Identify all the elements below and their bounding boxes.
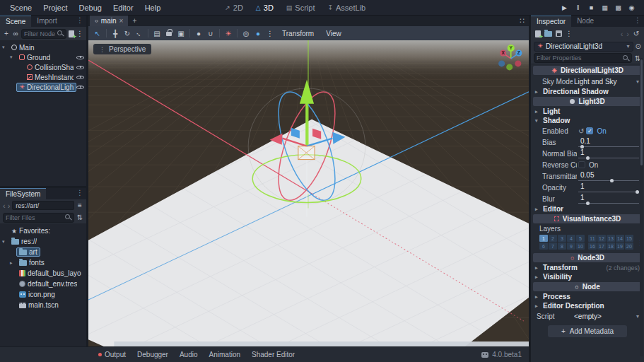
bottom-panel-audio[interactable]: Audio <box>174 349 204 360</box>
tree-row[interactable]: main.tscn <box>0 300 86 310</box>
tree-row[interactable]: MeshInstance3d <box>0 72 86 82</box>
directional-light-gizmo[interactable] <box>298 146 315 160</box>
property-slider[interactable]: 1 <box>578 183 639 192</box>
menu-scene[interactable]: Scene <box>4 1 37 14</box>
play-custom-scene-button[interactable]: ▩ <box>613 4 623 11</box>
layer-cell-5[interactable]: 5 <box>576 235 585 242</box>
script-dropdown[interactable]: <empty> ▾ <box>574 313 639 320</box>
expander-icon[interactable]: ▾ <box>2 239 8 245</box>
fs-back-button[interactable]: ‹ <box>3 202 6 209</box>
bottom-panel-animation[interactable]: Animation <box>204 349 246 360</box>
tab-import[interactable]: Import <box>31 16 62 27</box>
new-scene-tab-button[interactable]: + <box>128 16 141 26</box>
play-button[interactable]: ▶ <box>559 4 570 11</box>
scene-panel-menu-icon[interactable]: ⋮ <box>74 16 86 27</box>
movie-maker-button[interactable]: ◉ <box>626 4 637 11</box>
layer-cell-12[interactable]: 12 <box>597 235 606 242</box>
visibility-toggle-icon[interactable] <box>76 74 84 81</box>
bottom-panel-shader-editor[interactable]: Shader Editor <box>246 349 300 360</box>
local-space-button[interactable]: ● <box>193 30 204 37</box>
tree-row[interactable]: ▾res:// <box>0 236 86 247</box>
tree-item[interactable]: art <box>16 247 40 257</box>
section-editor-description[interactable]: ▸ Editor Description <box>532 301 643 310</box>
environment-preview-button[interactable]: ● <box>252 30 264 37</box>
section-process[interactable]: ▸ Process <box>532 292 643 301</box>
fs-path-input[interactable] <box>12 201 74 210</box>
layer-cell-14[interactable]: 14 <box>616 235 624 242</box>
category-visualinstance3d[interactable]: VisualInstance3D <box>533 214 642 223</box>
section-light[interactable]: ▸ Light <box>532 107 643 116</box>
layer-cell-20[interactable]: 20 <box>625 243 633 250</box>
fs-forward-button[interactable]: › <box>8 202 11 209</box>
tree-item[interactable]: res:// <box>8 237 40 246</box>
scale-tool-button[interactable]: ↔ <box>132 26 146 40</box>
attach-script-button[interactable] <box>69 30 74 37</box>
tree-item[interactable]: CollisionShape3d <box>24 63 76 72</box>
rotate-tool-button[interactable]: ↻ <box>122 30 133 37</box>
checkbox[interactable]: ✓ <box>586 127 593 134</box>
close-icon[interactable]: × <box>119 17 124 25</box>
expander-icon[interactable]: ▾ <box>10 54 16 60</box>
property-slider[interactable]: 0.05 <box>578 172 639 181</box>
perspective-button[interactable]: ⋮ Perspective <box>93 44 151 54</box>
fs-sort-icon[interactable]: ⇅ <box>76 214 83 221</box>
snap-button[interactable]: ∪ <box>205 30 216 37</box>
visibility-toggle-icon[interactable] <box>76 84 84 90</box>
move-tool-button[interactable]: ╋ <box>110 30 121 37</box>
workspace-tab-3d[interactable]: △3D <box>250 3 280 13</box>
sky-mode-dropdown[interactable]: Light and Sky ▾ <box>574 78 639 86</box>
visibility-toggle-icon[interactable] <box>76 64 84 71</box>
slider-handle[interactable] <box>586 202 590 205</box>
filter-properties-input[interactable] <box>537 54 621 62</box>
add-metadata-button[interactable]: + Add Metadata <box>548 325 627 337</box>
tab-filesystem[interactable]: FileSystem <box>0 188 46 199</box>
lock-button[interactable] <box>163 30 175 37</box>
tree-item[interactable]: default_env.tres <box>16 279 80 288</box>
tree-item[interactable]: Main <box>8 43 37 52</box>
filter-files-input[interactable] <box>6 214 64 221</box>
layer-cell-15[interactable]: 15 <box>625 235 633 242</box>
slider-handle[interactable] <box>636 190 639 194</box>
filesystem-menu-icon[interactable]: ⋮ <box>74 188 86 199</box>
new-resource-button[interactable] <box>535 30 541 37</box>
layer-cell-6[interactable]: 6 <box>539 243 548 250</box>
tab-inspector[interactable]: Inspector <box>531 16 571 27</box>
sun-preview-button[interactable]: ☀ <box>223 30 234 37</box>
select-tool-button[interactable]: ↖ <box>92 30 103 37</box>
workspace-tab-script[interactable]: ▤Script <box>280 3 322 13</box>
property-slider[interactable]: 0.1 <box>578 138 639 147</box>
tree-row[interactable]: ★Favorites: <box>0 226 86 236</box>
category-node3d[interactable]: ○ Node3D <box>533 253 642 262</box>
tree-item[interactable]: ☀DirectionalLight3d <box>16 83 76 92</box>
inspector-scrollbar[interactable] <box>640 58 643 356</box>
tree-item[interactable]: default_bus_layout.tres <box>16 269 84 278</box>
property-slider[interactable]: 1 <box>578 194 639 204</box>
category-light3d[interactable]: Light3D <box>533 97 642 106</box>
slider-handle[interactable] <box>586 156 590 160</box>
save-resource-button[interactable] <box>556 30 562 37</box>
tree-row[interactable]: default_bus_layout.tres <box>0 268 86 279</box>
object-selector[interactable]: ☀ DirectionalLight3d ▾ <box>534 42 633 52</box>
tree-row[interactable]: art <box>0 247 86 257</box>
section-directional-shadow[interactable]: ▸ Directional Shadow <box>532 87 643 96</box>
layer-cell-2[interactable]: 2 <box>549 235 557 242</box>
layer-cell-8[interactable]: 8 <box>558 243 566 250</box>
layer-cell-9[interactable]: 9 <box>567 243 575 250</box>
expander-icon[interactable]: ▸ <box>10 260 16 266</box>
tree-row[interactable]: ▾Ground <box>0 52 86 62</box>
menu-help[interactable]: Help <box>139 1 167 14</box>
revert-icon[interactable]: ↺ <box>578 127 584 135</box>
layer-cell-19[interactable]: 19 <box>616 243 624 250</box>
visibility-toggle-icon[interactable] <box>76 54 84 61</box>
tree-item[interactable]: MeshInstance3d <box>24 73 76 82</box>
slider-handle[interactable] <box>580 145 584 148</box>
section-transform[interactable]: ▸ Transform (2 changes) <box>532 263 643 272</box>
tree-item[interactable]: ★Favorites: <box>8 226 53 235</box>
layer-cell-13[interactable]: 13 <box>607 235 615 242</box>
tree-row[interactable]: ▾Main <box>0 42 86 52</box>
layer-cell-11[interactable]: 11 <box>588 235 597 242</box>
toolbar-menu-button[interactable]: ⋮ <box>264 30 276 37</box>
workspace-tab-2d[interactable]: ↗2D <box>218 3 250 13</box>
tree-row[interactable]: default_env.tres <box>0 279 86 289</box>
layer-cell-3[interactable]: 3 <box>558 235 566 242</box>
